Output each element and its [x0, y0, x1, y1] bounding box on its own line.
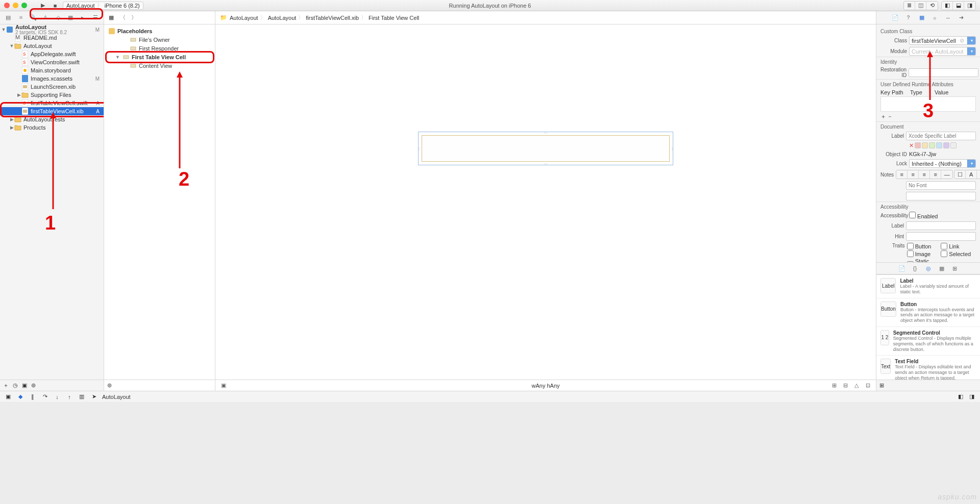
- size-class[interactable]: wAny hAny: [531, 383, 559, 389]
- outline-jumpbar[interactable]: ▦ 〈 〉: [104, 11, 215, 24]
- tree-item[interactable]: ▶AutoLayoutTests: [0, 115, 104, 123]
- bc-0[interactable]: AutoLayout: [230, 15, 258, 21]
- class-combo[interactable]: firstTableViewCell ⊘ ▾: [909, 36, 976, 45]
- step-out-icon[interactable]: ↑: [65, 393, 74, 401]
- remove-attr-icon[interactable]: －: [887, 113, 893, 120]
- project-navigator-icon[interactable]: ▤: [4, 14, 12, 22]
- resizing-icon[interactable]: ⊡: [864, 382, 872, 390]
- notes-text-input[interactable]: [906, 192, 976, 200]
- attributes-inspector-icon[interactable]: ⟐: [931, 14, 939, 22]
- outline-tree[interactable]: PlaceholdersFile's OwnerFirst Responder▼…: [104, 24, 215, 70]
- trait-checkbox[interactable]: Image: [907, 250, 938, 257]
- trait-checkbox[interactable]: Selected: [941, 250, 972, 257]
- outline-item[interactable]: First Responder: [104, 44, 215, 53]
- tree-item[interactable]: Main.storyboard: [0, 66, 104, 74]
- scheme-selector[interactable]: AutoLayout 〉 iPhone 6 (8.2): [63, 2, 143, 10]
- version-editor-icon[interactable]: ⟲: [926, 2, 938, 10]
- label-color-swatches[interactable]: ✕: [876, 141, 980, 150]
- debug-scheme[interactable]: AutoLayout: [102, 394, 131, 400]
- add-attr-icon[interactable]: ＋: [880, 113, 886, 120]
- library-item[interactable]: LabelLabelLabel - A variably sized amoun…: [876, 275, 980, 298]
- zoom-icon[interactable]: [21, 3, 27, 8]
- tree-item[interactable]: ▶Products: [0, 123, 104, 132]
- code-snippet-icon[interactable]: {}: [911, 264, 919, 272]
- step-into-icon[interactable]: ↓: [53, 393, 61, 401]
- outline-item[interactable]: ▼First Table View Cell: [104, 53, 215, 61]
- console-view-icon[interactable]: ◨: [968, 393, 976, 401]
- inspector-tabs[interactable]: 📄 ？ ▦ ⟐ ↔ ➜: [876, 11, 980, 24]
- align-icon[interactable]: ⊞: [830, 382, 838, 390]
- clock-icon[interactable]: ◷: [13, 382, 18, 389]
- chevron-down-icon[interactable]: ▾: [967, 47, 975, 55]
- trait-checkbox[interactable]: Static Text: [907, 258, 938, 262]
- tree-item[interactable]: firstTableViewCell.xibA: [0, 107, 104, 115]
- debug-navigator-icon[interactable]: ▦: [66, 14, 75, 22]
- module-combo[interactable]: Current - AutoLayout ▾: [909, 47, 976, 56]
- scm-filter-icon[interactable]: ▣: [22, 382, 27, 389]
- breakpoint-navigator-icon[interactable]: ▸: [79, 14, 87, 22]
- filter-icon[interactable]: ⊚: [107, 382, 112, 389]
- issue-navigator-icon[interactable]: ⚠: [41, 14, 50, 22]
- library-item[interactable]: 1 2Segmented ControlSegmented Control - …: [876, 327, 980, 356]
- filter-icon[interactable]: ⊚: [31, 382, 36, 389]
- restoration-id-input[interactable]: [909, 68, 978, 77]
- toggle-navigator-icon[interactable]: ◧: [942, 2, 953, 10]
- object-library[interactable]: LabelLabelLabel - A variably sized amoun…: [876, 274, 980, 380]
- tree-item[interactable]: Images.xcassetsM: [0, 74, 104, 83]
- outline-filter-bar[interactable]: ⊚: [104, 380, 215, 391]
- breakpoints-icon[interactable]: ◆: [16, 393, 24, 401]
- tree-item[interactable]: sfirstTableViewCell.swiftA: [0, 99, 104, 107]
- help-inspector-icon[interactable]: ？: [904, 14, 913, 22]
- test-navigator-icon[interactable]: ◇: [54, 14, 62, 22]
- stop-button[interactable]: ■: [51, 2, 60, 9]
- object-library-icon[interactable]: ◎: [924, 264, 933, 272]
- project-root[interactable]: ▼ AutoLayout 2 targets, iOS SDK 8.2 M: [0, 26, 104, 34]
- back-icon[interactable]: 〈: [118, 14, 127, 22]
- add-icon[interactable]: ＋: [3, 382, 9, 389]
- hide-debug-icon[interactable]: ▣: [4, 393, 12, 401]
- size-inspector-icon[interactable]: ↔: [944, 14, 952, 22]
- lock-combo[interactable]: Inherited - (Nothing) ▾: [909, 159, 976, 168]
- connections-inspector-icon[interactable]: ➜: [958, 14, 966, 22]
- media-library-icon[interactable]: ▦: [938, 264, 946, 272]
- tree-item[interactable]: ▼AutoLayout: [0, 42, 104, 50]
- bc-2[interactable]: firstTableViewCell.xib: [306, 15, 359, 21]
- outline-item[interactable]: Content View: [104, 61, 215, 70]
- doc-label-input[interactable]: [906, 132, 976, 140]
- file-inspector-icon[interactable]: 📄: [891, 14, 899, 22]
- pin-icon[interactable]: ⊟: [841, 382, 849, 390]
- library-tabs[interactable]: 📄 {} ◎ ▦ ⊞: [876, 262, 980, 274]
- notes-font-input[interactable]: [906, 181, 976, 190]
- close-icon[interactable]: [4, 3, 10, 8]
- trait-checkbox[interactable]: Button: [907, 243, 938, 249]
- variables-view-icon[interactable]: ◧: [957, 393, 965, 401]
- standard-editor-icon[interactable]: ≣: [904, 2, 915, 10]
- forward-icon[interactable]: 〉: [130, 14, 138, 22]
- udra-table[interactable]: [880, 96, 976, 112]
- traits-grid[interactable]: Button Link Image Selected Static Text: [907, 243, 976, 262]
- related-items-icon[interactable]: ▦: [107, 14, 115, 22]
- tree-item[interactable]: LaunchScreen.xib: [0, 83, 104, 91]
- assistant-editor-icon[interactable]: ◫: [915, 2, 926, 10]
- trait-checkbox[interactable]: Link: [941, 243, 972, 249]
- acc-label-input[interactable]: [906, 221, 976, 230]
- find-navigator-icon[interactable]: 🔍: [29, 14, 37, 22]
- minimize-icon[interactable]: [13, 3, 18, 8]
- resolve-icon[interactable]: △: [852, 382, 861, 390]
- content-view-canvas[interactable]: [422, 135, 670, 162]
- bc-3[interactable]: First Table View Cell: [369, 15, 419, 21]
- grid-toggle-icon[interactable]: ⊞: [879, 382, 884, 389]
- run-button[interactable]: ▶: [38, 2, 47, 9]
- toggle-debug-icon[interactable]: ⬓: [953, 2, 964, 10]
- chevron-down-icon[interactable]: ▾: [967, 37, 975, 44]
- bc-1[interactable]: AutoLayout: [268, 15, 297, 21]
- tree-item[interactable]: MREADME.md: [0, 34, 104, 42]
- toggle-utility-icon[interactable]: ◨: [964, 2, 975, 10]
- location-icon[interactable]: ➤: [90, 393, 98, 401]
- navigator-filter-bar[interactable]: ＋ ◷ ▣ ⊚: [0, 380, 104, 391]
- chevron-down-icon[interactable]: ▾: [967, 160, 975, 167]
- accessibility-enabled-checkbox[interactable]: Enabled: [909, 212, 938, 219]
- library-item[interactable]: ButtonButtonButton - Intercepts touch ev…: [876, 298, 980, 327]
- continue-icon[interactable]: ‖: [29, 393, 37, 401]
- tree-item[interactable]: sAppDelegate.swift: [0, 50, 104, 58]
